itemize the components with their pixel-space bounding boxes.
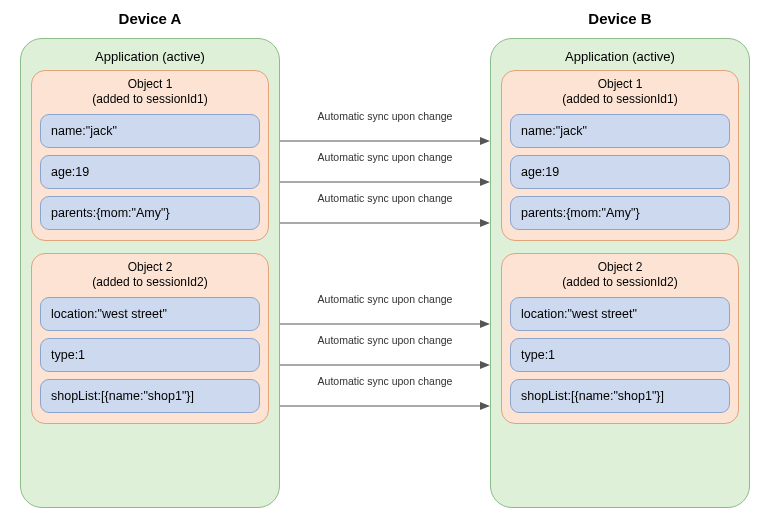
object1b-title: Object 1 (added to sessionId1): [510, 77, 730, 107]
sync-arrow-6: [280, 401, 490, 411]
object1-prop-age: age:19: [40, 155, 260, 189]
object2-prop-location: location:"west street": [40, 297, 260, 331]
object2-prop-shoplist: shopList:[{name:"shop1"}]: [40, 379, 260, 413]
object1-prop-name: name:"jack": [40, 114, 260, 148]
device-b: Application (active) Object 1 (added to …: [490, 38, 750, 508]
object2-title-line1: Object 2: [128, 260, 173, 274]
device-a-object2: Object 2 (added to sessionId2) location:…: [31, 253, 269, 424]
object2-prop-type: type:1: [40, 338, 260, 372]
device-a-object1: Object 1 (added to sessionId1) name:"jac…: [31, 70, 269, 241]
sync-label-3: Automatic sync upon change: [300, 192, 470, 204]
object1-prop-parents: parents:{mom:"Amy"}: [40, 196, 260, 230]
object2b-prop-location: location:"west street": [510, 297, 730, 331]
sync-arrow-1: [280, 136, 490, 146]
sync-label-6: Automatic sync upon change: [300, 375, 470, 387]
object1-title-line2: (added to sessionId1): [92, 92, 207, 106]
object2b-title: Object 2 (added to sessionId2): [510, 260, 730, 290]
device-b-object1: Object 1 (added to sessionId1) name:"jac…: [501, 70, 739, 241]
object1b-prop-age: age:19: [510, 155, 730, 189]
device-a-app-title: Application (active): [31, 49, 269, 64]
device-b-title: Device B: [490, 10, 750, 27]
sync-arrow-3: [280, 218, 490, 228]
sync-label-2: Automatic sync upon change: [300, 151, 470, 163]
object2-title-line2: (added to sessionId2): [92, 275, 207, 289]
object2b-title-line2: (added to sessionId2): [562, 275, 677, 289]
svg-marker-5: [480, 219, 490, 227]
sync-label-5: Automatic sync upon change: [300, 334, 470, 346]
object1b-prop-name: name:"jack": [510, 114, 730, 148]
sync-label-4: Automatic sync upon change: [300, 293, 470, 305]
object1-title-line1: Object 1: [128, 77, 173, 91]
device-a-title: Device A: [20, 10, 280, 27]
device-a: Application (active) Object 1 (added to …: [20, 38, 280, 508]
sync-arrow-2: [280, 177, 490, 187]
object1b-title-line2: (added to sessionId1): [562, 92, 677, 106]
device-b-object2: Object 2 (added to sessionId2) location:…: [501, 253, 739, 424]
sync-label-1: Automatic sync upon change: [300, 110, 470, 122]
diagram-stage: Device A Device B Application (active) O…: [20, 10, 750, 510]
object2b-prop-type: type:1: [510, 338, 730, 372]
sync-arrow-5: [280, 360, 490, 370]
object2b-prop-shoplist: shopList:[{name:"shop1"}]: [510, 379, 730, 413]
svg-marker-3: [480, 178, 490, 186]
svg-marker-9: [480, 361, 490, 369]
svg-marker-1: [480, 137, 490, 145]
svg-marker-11: [480, 402, 490, 410]
object2b-title-line1: Object 2: [598, 260, 643, 274]
svg-marker-7: [480, 320, 490, 328]
object1b-title-line1: Object 1: [598, 77, 643, 91]
device-b-app-title: Application (active): [501, 49, 739, 64]
object2-title: Object 2 (added to sessionId2): [40, 260, 260, 290]
sync-arrow-4: [280, 319, 490, 329]
object1b-prop-parents: parents:{mom:"Amy"}: [510, 196, 730, 230]
object1-title: Object 1 (added to sessionId1): [40, 77, 260, 107]
